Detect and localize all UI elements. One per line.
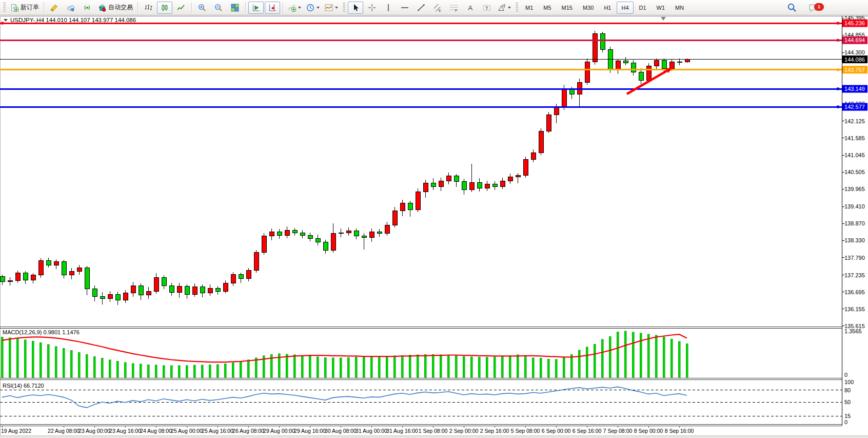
time-tick-label: 25 Aug 00:00 — [171, 428, 203, 434]
toolbar-separator — [44, 2, 44, 13]
tf-d1[interactable]: D1 — [635, 2, 651, 14]
time-tick-label: 26 Aug 08:00 — [232, 428, 264, 434]
cursor-button[interactable] — [348, 2, 363, 14]
tf-m5[interactable]: M5 — [539, 2, 556, 14]
shapes-button[interactable] — [496, 2, 513, 14]
macd-axis-zero: 0 — [844, 372, 847, 378]
svg-text:A: A — [468, 4, 473, 12]
fibonacci-button[interactable]: F — [446, 2, 462, 14]
price-tick-label: 142.125 — [844, 118, 865, 124]
candles-icon — [161, 4, 169, 12]
chart-title: USDJPY-,H4 144.010 144.107 143.977 144.0… — [4, 17, 136, 23]
market-watch-button[interactable] — [63, 2, 78, 14]
time-tick-label: 30 Aug 08:00 — [325, 428, 357, 434]
autotrade-button[interactable]: 自动交易 — [96, 2, 135, 14]
hline-handle[interactable] — [1, 22, 4, 25]
chart-shift-button[interactable] — [265, 2, 280, 14]
tf-m30-label: M30 — [580, 5, 596, 11]
toolbar-separator — [245, 2, 246, 13]
svg-text:T: T — [485, 5, 488, 10]
tf-m15-label: M15 — [559, 5, 575, 11]
auto-scroll-button[interactable] — [248, 2, 264, 14]
time-tick-label: 22 Aug 08:00 — [48, 428, 80, 434]
tf-d1-label: D1 — [637, 5, 649, 11]
time-tick-label: 2 Sep 16:00 — [480, 428, 509, 434]
time-tick-label: 8 Sep 00:00 — [634, 428, 663, 434]
time-tick-label: 31 Aug 00:00 — [356, 428, 387, 434]
channel-button[interactable]: E — [430, 2, 445, 14]
vline-button[interactable] — [381, 2, 396, 14]
svg-text:F: F — [455, 8, 457, 12]
text-button[interactable]: A — [463, 2, 478, 14]
text-label-button[interactable]: T — [479, 2, 495, 14]
zoom-in-button[interactable] — [194, 2, 210, 14]
tf-h4[interactable]: H4 — [617, 2, 633, 14]
tf-h1[interactable]: H1 — [599, 2, 616, 14]
time-tick-label: 23 Aug 00:00 — [78, 428, 110, 434]
text-icon: A — [466, 4, 475, 12]
autotrade-button-label: 自动交易 — [108, 3, 133, 12]
new-order-button[interactable]: 新订单 — [8, 2, 41, 14]
chevron-down-icon[interactable] — [317, 7, 320, 9]
search-button[interactable] — [784, 2, 800, 14]
price-badge-label: 143.149 — [844, 86, 865, 92]
trendline-button[interactable] — [413, 2, 429, 14]
notifications-button[interactable]: 1 — [805, 2, 821, 14]
tf-mn[interactable]: MN — [670, 2, 688, 14]
zoom-out-button[interactable] — [211, 2, 226, 14]
hline-handle[interactable] — [837, 88, 839, 90]
crosshair-button[interactable] — [364, 2, 380, 14]
toolbar-grip[interactable] — [515, 3, 518, 13]
templates-button[interactable] — [323, 2, 340, 14]
tf-w1[interactable]: W1 — [652, 2, 670, 14]
svg-text:E: E — [439, 8, 441, 12]
crosshair-icon — [368, 4, 376, 12]
indicators-button[interactable] — [286, 2, 303, 14]
trendline-icon — [417, 4, 425, 12]
line-chart-button[interactable] — [173, 2, 189, 14]
tf-m1-label: M1 — [523, 5, 536, 11]
tf-m30[interactable]: M30 — [578, 2, 598, 14]
hline-button[interactable] — [397, 2, 412, 14]
chart-title-label: USDJPY-,H4 144.010 144.107 143.977 144.0… — [10, 17, 136, 23]
time-tick-label: 7 Sep 08:00 — [603, 428, 633, 434]
tile-windows-button[interactable] — [227, 2, 243, 14]
notification-badge: 1 — [814, 3, 824, 11]
bars-icon — [144, 4, 152, 12]
rsi-axis-label: 80 — [844, 387, 851, 393]
time-tick-label: 1 Sep 08:00 — [419, 428, 448, 434]
time-tick-label: 29 Aug 00:00 — [263, 428, 295, 434]
hline-handle[interactable] — [837, 22, 839, 25]
rsi-label: RSI(14) 66.7120 — [3, 383, 44, 389]
bar-chart-button[interactable] — [141, 2, 156, 14]
time-tick-label: 29 Aug 16:00 — [294, 428, 326, 434]
chevron-down-icon[interactable] — [298, 7, 301, 9]
macd-label: MACD(12,26,9) 0.9801 1.1476 — [3, 329, 80, 335]
candle-chart-button[interactable] — [157, 2, 172, 14]
indicator-icon — [288, 4, 296, 12]
periods-button[interactable] — [304, 2, 322, 14]
tf-h1-label: H1 — [601, 5, 614, 11]
chevron-down-icon[interactable] — [335, 7, 338, 9]
chevron-down-icon[interactable] — [508, 7, 511, 9]
tf-m15[interactable]: M15 — [557, 2, 577, 14]
hline-handle[interactable] — [837, 39, 839, 42]
hline-handle[interactable] — [837, 68, 839, 71]
hline-handle[interactable] — [837, 106, 839, 108]
price-badge-label: 144.694 — [844, 37, 865, 43]
toolbar-grip[interactable] — [3, 3, 6, 13]
tf-w1-label: W1 — [654, 5, 668, 11]
time-tick-label: 8 Sep 16:00 — [665, 428, 694, 434]
tf-m1[interactable]: M1 — [521, 2, 538, 14]
toolbar-separator — [283, 2, 283, 13]
tile-icon — [231, 4, 239, 12]
styler-button[interactable] — [47, 2, 62, 14]
signals-button[interactable] — [80, 2, 95, 14]
price-tick-label: 139.410 — [844, 203, 865, 210]
shapes-icon — [498, 4, 506, 12]
template-icon — [325, 4, 333, 12]
cloud-icon — [67, 4, 75, 12]
new-order-button-label: 新订单 — [21, 3, 39, 12]
toolbar-grip[interactable] — [342, 3, 345, 13]
time-tick-label: 25 Aug 16:00 — [202, 428, 233, 434]
